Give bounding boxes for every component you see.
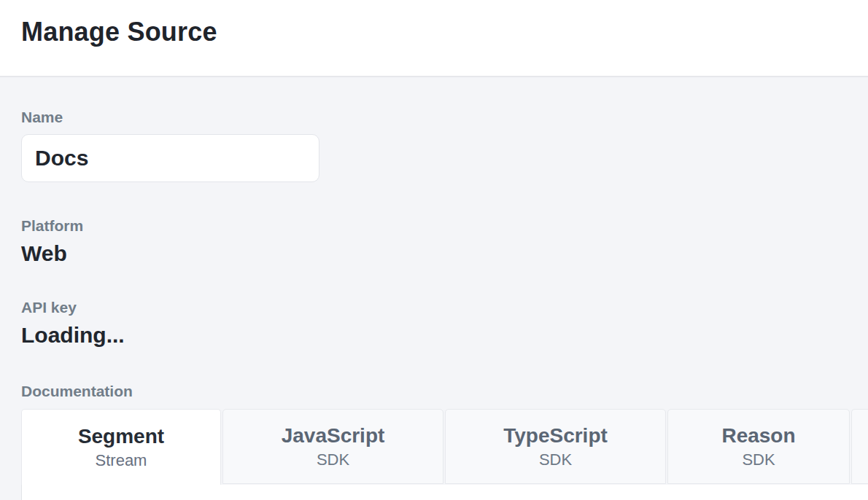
tab-title: TypeScript: [503, 423, 608, 448]
tab-subtitle: SDK: [539, 450, 572, 470]
tab-title: JavaScript: [282, 423, 385, 448]
documentation-panel: [21, 485, 868, 500]
api-key-label: API key: [21, 297, 868, 319]
platform-value: Web: [21, 240, 868, 267]
manage-source-form: Name Platform Web API key Loading... Doc…: [0, 77, 868, 500]
tab-typescript-sdk[interactable]: TypeScript SDK: [445, 409, 666, 484]
tab-subtitle: SDK: [742, 450, 775, 470]
name-label: Name: [21, 106, 868, 128]
api-key-value: Loading...: [21, 321, 868, 349]
documentation-tabs: Segment Stream JavaScript SDK TypeScript…: [21, 409, 868, 485]
platform-field-group: Platform Web: [21, 215, 868, 267]
tab-javascript-sdk[interactable]: JavaScript SDK: [222, 409, 443, 484]
name-field-group: Name: [21, 106, 868, 182]
tab-title: Segment: [78, 424, 164, 449]
name-input[interactable]: [21, 134, 319, 182]
tab-subtitle: Stream: [96, 450, 147, 471]
tab-title: Reason: [721, 423, 795, 448]
documentation-label: Documentation: [21, 380, 868, 402]
page-header: Manage Source: [0, 0, 868, 77]
tab-subtitle: SDK: [317, 450, 349, 470]
tab-cutoff[interactable]: [851, 409, 868, 484]
tab-reason-sdk[interactable]: Reason SDK: [667, 409, 850, 484]
tab-segment-stream[interactable]: Segment Stream: [21, 409, 221, 485]
api-key-field-group: API key Loading...: [21, 297, 868, 349]
page-title: Manage Source: [21, 17, 868, 47]
platform-label: Platform: [21, 215, 868, 237]
documentation-section: Documentation Segment Stream JavaScript …: [21, 380, 868, 500]
